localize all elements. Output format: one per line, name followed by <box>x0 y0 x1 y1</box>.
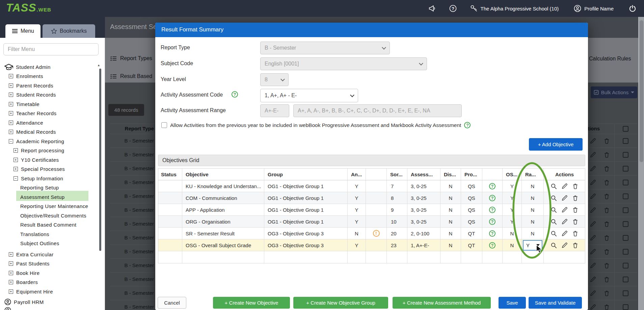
tab-menu[interactable]: Menu <box>5 24 41 38</box>
view-icon[interactable] <box>551 207 557 213</box>
year-level-select[interactable]: 8 <box>260 73 289 86</box>
edit-icon[interactable] <box>561 183 568 189</box>
delete-icon[interactable] <box>572 218 579 225</box>
expand-plus-icon[interactable] <box>9 74 13 78</box>
warning-icon: ! <box>373 230 380 237</box>
sidebar-item-timetable[interactable]: Timetable <box>9 100 39 108</box>
tab-bookmarks[interactable]: Bookmarks <box>43 24 95 38</box>
sidebar-item-enrolments[interactable]: Enrolments <box>9 72 43 80</box>
delete-icon[interactable] <box>572 230 579 237</box>
save-button[interactable]: Save <box>499 297 526 309</box>
sidebar-item-book-hire[interactable]: Book Hire <box>9 269 39 277</box>
expand-plus-icon[interactable] <box>9 111 13 115</box>
sidebar-item-student-admin[interactable]: Student Admin <box>4 63 51 71</box>
expand-plus-icon[interactable] <box>9 102 13 106</box>
sidebar-item-objective-result-comments[interactable]: Objective/Result Comments <box>20 211 86 219</box>
objectives-grid: Status Objective Group An... Sor... Asse… <box>158 168 585 263</box>
sidebar-item-medical-records[interactable]: Medical Records <box>9 128 56 136</box>
sidebar-item-student-records[interactable]: Student Records <box>9 91 56 99</box>
sidebar-item-academic-reporting[interactable]: Academic Reporting <box>9 137 64 145</box>
tass-logo[interactable]: TASS .WEB <box>6 1 51 14</box>
announcements-icon[interactable] <box>428 4 436 12</box>
partial-module-icon <box>4 307 11 310</box>
sidebar-item-extra-curricular[interactable]: Extra Curricular <box>9 250 54 258</box>
view-icon[interactable] <box>551 183 557 189</box>
save-and-validate-button[interactable]: Save and Validate <box>529 297 582 309</box>
add-objective-button[interactable]: + Add Objective <box>529 138 583 151</box>
previous-year-checkbox[interactable] <box>161 122 167 128</box>
sidebar-item-reporting-setup[interactable]: Reporting Setup <box>20 183 59 191</box>
view-icon[interactable] <box>551 230 557 237</box>
expand-plus-icon[interactable] <box>9 130 13 134</box>
help-circle-icon[interactable]: ? <box>489 195 495 201</box>
help-circle-icon[interactable]: ? <box>464 122 471 128</box>
delete-icon[interactable] <box>572 207 579 213</box>
view-icon[interactable] <box>551 195 557 201</box>
expand-plus-icon[interactable] <box>9 261 13 266</box>
expand-plus-icon[interactable] <box>14 148 18 153</box>
cancel-button[interactable]: Cancel <box>158 297 186 309</box>
expand-plus-icon[interactable] <box>9 271 13 275</box>
delete-icon[interactable] <box>572 242 579 249</box>
star-icon <box>51 28 57 34</box>
subject-code-select[interactable]: English [0001] <box>260 57 427 70</box>
expand-plus-icon[interactable] <box>9 289 13 294</box>
sidebar-item-result-based-comment[interactable]: Result Based Comment <box>20 221 76 229</box>
edit-icon[interactable] <box>561 230 568 237</box>
expand-plus-icon[interactable] <box>14 167 18 171</box>
expand-plus-icon[interactable] <box>9 121 13 125</box>
delete-icon[interactable] <box>572 183 579 189</box>
help-circle-icon[interactable]: ? <box>232 91 238 98</box>
help-circle-icon[interactable]: ? <box>489 207 495 213</box>
edit-icon[interactable] <box>561 195 568 201</box>
sidebar-item-equipment-hire[interactable]: Equipment Hire <box>9 287 53 295</box>
collapse-minus-icon[interactable] <box>14 176 18 181</box>
help-circle-icon[interactable]: ? <box>489 242 495 249</box>
create-new-assessment-method-button[interactable]: + Create New Assessment Method <box>393 297 491 309</box>
sidebar-item-boarders[interactable]: Boarders <box>9 278 38 286</box>
expand-plus-icon[interactable] <box>14 158 18 162</box>
sidebar-item-special-processes[interactable]: Special Processes <box>14 165 65 173</box>
view-icon[interactable] <box>551 218 557 225</box>
help-circle-icon[interactable]: ? <box>489 183 495 189</box>
sidebar-item-translations[interactable]: Translations <box>20 230 49 238</box>
sidebar-item-parent-records[interactable]: Parent Records <box>9 81 53 89</box>
page-scrollbar[interactable] <box>638 17 644 310</box>
ra-dropdown[interactable]: Y <box>523 240 542 251</box>
sidebar-item-y10-certificates[interactable]: Y10 Certificates <box>14 156 59 164</box>
create-new-objective-button[interactable]: + Create New Objective <box>213 297 290 309</box>
help-circle-icon[interactable]: ? <box>489 218 495 225</box>
sidebar-item-payroll-hrm[interactable]: Payroll HRM <box>4 298 44 306</box>
filter-menu-input[interactable] <box>3 43 99 55</box>
sidebar-item-teacher-records[interactable]: Teacher Records <box>9 109 56 117</box>
sidebar-item-setup-information[interactable]: Setup Information <box>14 174 63 182</box>
help-icon[interactable] <box>449 4 457 12</box>
sidebar-item-report-processing[interactable]: Report processing <box>14 146 64 154</box>
edit-icon[interactable] <box>561 207 568 213</box>
page-scrollbar-thumb[interactable] <box>640 20 643 162</box>
sidebar-item-subject-outlines[interactable]: Subject Outlines <box>20 239 59 247</box>
view-icon[interactable] <box>551 242 557 249</box>
sidebar-item-assessment-setup[interactable]: Assessment Setup <box>20 193 64 201</box>
sidebar-item-attendance[interactable]: Attendance <box>9 119 43 127</box>
report-type-select[interactable]: B - Semester <box>260 42 390 54</box>
create-new-objective-group-button[interactable]: + Create New Objective Group <box>293 297 388 309</box>
col-status: Status <box>158 169 182 180</box>
expand-plus-icon[interactable] <box>9 93 13 97</box>
expand-plus-icon[interactable] <box>9 280 13 284</box>
help-circle-icon[interactable]: ? <box>489 230 495 237</box>
sidebar-scrollbar-thumb[interactable] <box>99 69 101 251</box>
activity-assessment-code-select[interactable]: 1, A+, A+ - E- <box>260 89 358 102</box>
expand-plus-icon[interactable] <box>9 83 13 88</box>
edit-icon[interactable] <box>561 218 568 225</box>
expand-plus-icon[interactable] <box>9 252 13 257</box>
edit-icon[interactable] <box>561 242 568 249</box>
collapse-minus-icon[interactable] <box>9 139 13 144</box>
school-switcher[interactable]: The Alpha Progressive School (10) <box>470 4 559 12</box>
profile-menu[interactable]: Profile Name <box>573 4 614 12</box>
logout-power-icon[interactable] <box>628 4 637 12</box>
sidebar-scroll-up-arrow[interactable]: ▲ <box>97 63 100 67</box>
sidebar-item-reporting-user-maintenance[interactable]: Reporting User Maintenance <box>20 202 88 210</box>
sidebar-item-past-students[interactable]: Past Students <box>9 259 50 267</box>
delete-icon[interactable] <box>572 195 579 201</box>
